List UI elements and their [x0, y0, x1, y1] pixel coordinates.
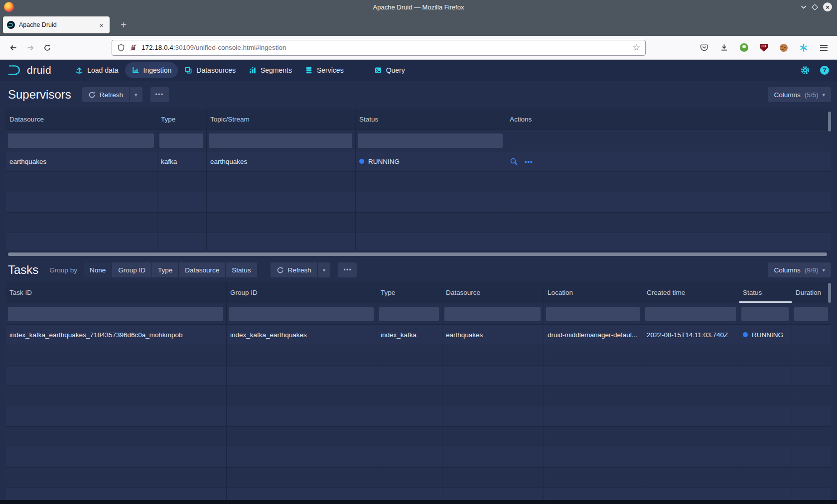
tab-close-icon[interactable]: ×	[97, 20, 106, 30]
supervisors-refresh-button[interactable]: Refresh	[82, 87, 129, 102]
empty-cell	[506, 172, 831, 192]
empty-cell	[643, 427, 739, 447]
filter-datasource[interactable]	[444, 307, 541, 321]
col-header-datasource[interactable]: Datasource	[6, 109, 157, 129]
settings-gear-icon[interactable]	[800, 65, 810, 75]
tasks-filter-row	[6, 303, 831, 325]
empty-cell	[739, 468, 792, 488]
col-header-datasource[interactable]: Datasource	[442, 282, 544, 303]
empty-cell	[442, 345, 544, 365]
empty-cell	[377, 468, 442, 488]
empty-cell	[792, 406, 831, 426]
group-by-status[interactable]: Status	[225, 262, 257, 277]
nav-datasources[interactable]: Datasources	[178, 62, 242, 78]
ingestion-icon	[132, 66, 140, 74]
group-by-none[interactable]: None	[84, 262, 112, 277]
supervisors-more-button[interactable]: •••	[150, 87, 169, 102]
filter-task-id[interactable]	[8, 307, 223, 321]
cookie-extension-icon[interactable]	[775, 40, 792, 56]
col-header-type[interactable]: Type	[377, 282, 442, 303]
status-running-dot	[743, 332, 748, 337]
browser-tab[interactable]: Apache Druid ×	[3, 16, 110, 33]
druid-logo[interactable]: druid	[8, 64, 51, 77]
magnifier-icon[interactable]	[510, 157, 518, 166]
supervisor-row[interactable]: earthquakes kafka earthquakes RUNNING ••…	[6, 151, 831, 172]
empty-row	[6, 468, 831, 488]
empty-cell	[227, 345, 377, 365]
window-minimize-button[interactable]	[801, 5, 807, 9]
ellipsis-icon: •••	[155, 91, 164, 98]
nav-load-data[interactable]: Load data	[69, 62, 125, 78]
filter-datasource[interactable]	[8, 133, 154, 148]
nav-ingestion[interactable]: Ingestion	[125, 62, 178, 78]
supervisors-horizontal-scrollbar[interactable]	[8, 252, 827, 256]
cell-group-id: index_kafka_earthquakes	[227, 325, 377, 345]
empty-cell	[792, 345, 831, 365]
col-header-status[interactable]: Status	[356, 109, 506, 129]
forward-button[interactable]	[22, 40, 39, 56]
filter-type[interactable]	[379, 307, 439, 321]
insecure-lock-icon[interactable]	[130, 44, 137, 51]
col-header-type[interactable]: Type	[157, 109, 207, 129]
col-header-created-time[interactable]: Created time	[643, 282, 739, 303]
filter-group-id[interactable]	[229, 307, 374, 321]
columns-count: (5/5)	[805, 91, 819, 99]
filter-status[interactable]	[741, 307, 789, 321]
supervisors-columns-button[interactable]: Columns (5/5) ▾	[768, 87, 831, 102]
extension-privacy-icon[interactable]	[735, 40, 752, 56]
col-header-status-sorted[interactable]: Status	[739, 282, 792, 303]
filter-duration[interactable]	[794, 307, 828, 321]
empty-cell	[356, 213, 506, 233]
tasks-vertical-scrollbar[interactable]	[828, 283, 831, 303]
downloads-icon[interactable]	[715, 40, 732, 56]
supervisors-vertical-scrollbar[interactable]	[828, 112, 831, 131]
cell-location: druid-middlemanager-defaul...	[544, 325, 643, 345]
tracking-shield-icon[interactable]	[117, 44, 125, 52]
col-header-location[interactable]: Location	[544, 282, 643, 303]
empty-cell	[227, 386, 377, 406]
tasks-refresh-caret[interactable]: ▾	[317, 262, 331, 277]
reload-button[interactable]	[39, 40, 56, 56]
window-close-button[interactable]: ×	[823, 2, 832, 11]
filter-type[interactable]	[159, 133, 203, 148]
cell-status: RUNNING	[356, 151, 506, 171]
group-by-datasource[interactable]: Datasource	[178, 262, 225, 277]
row-actions-ellipsis-icon[interactable]: •••	[525, 158, 533, 165]
task-row[interactable]: index_kafka_earthquakes_7184357396d6c0a_…	[6, 325, 831, 345]
tasks-refresh-button[interactable]: Refresh	[271, 262, 317, 277]
col-header-task-id[interactable]: Task ID	[6, 282, 227, 303]
col-header-group-id[interactable]: Group ID	[227, 282, 377, 303]
sparkle-extension-icon[interactable]	[795, 40, 812, 56]
tasks-more-button[interactable]: •••	[338, 262, 357, 277]
col-header-topic[interactable]: Topic/Stream	[207, 109, 356, 129]
refresh-icon	[277, 266, 284, 274]
col-header-duration[interactable]: Duration	[792, 282, 831, 303]
filter-created-time[interactable]	[645, 307, 736, 321]
back-button[interactable]	[5, 40, 22, 56]
filter-status[interactable]	[358, 133, 503, 148]
group-by-group-id[interactable]: Group ID	[112, 262, 151, 277]
nav-segments[interactable]: Segments	[242, 62, 298, 78]
menu-hamburger-icon[interactable]	[815, 40, 832, 56]
empty-cell	[377, 386, 442, 406]
window-maximize-button[interactable]	[812, 4, 818, 10]
pocket-icon[interactable]	[696, 40, 712, 56]
url-bar[interactable]: 172.18.0.4 :30109/unified-console.html#i…	[112, 40, 646, 56]
supervisors-refresh-caret[interactable]: ▾	[129, 87, 142, 102]
tasks-columns-button[interactable]: Columns (9/9) ▾	[768, 262, 831, 277]
empty-cell	[207, 213, 356, 233]
help-icon[interactable]: ?	[820, 66, 829, 75]
ublock-origin-icon[interactable]: uO	[755, 40, 772, 56]
nav-label: Segments	[261, 66, 292, 74]
empty-cell	[506, 213, 831, 233]
filter-location[interactable]	[546, 307, 640, 321]
bookmark-star-icon[interactable]: ☆	[633, 43, 640, 52]
new-tab-button[interactable]: +	[117, 18, 131, 32]
filter-topic[interactable]	[209, 133, 352, 148]
group-by-type[interactable]: Type	[151, 262, 178, 277]
query-icon	[374, 66, 382, 74]
supervisors-section-bar: Supervisors Refresh ▾ ••• Columns (5/5) …	[0, 81, 837, 109]
empty-cell	[643, 447, 739, 467]
nav-query[interactable]: Query	[368, 62, 412, 78]
nav-services[interactable]: Services	[298, 62, 350, 78]
